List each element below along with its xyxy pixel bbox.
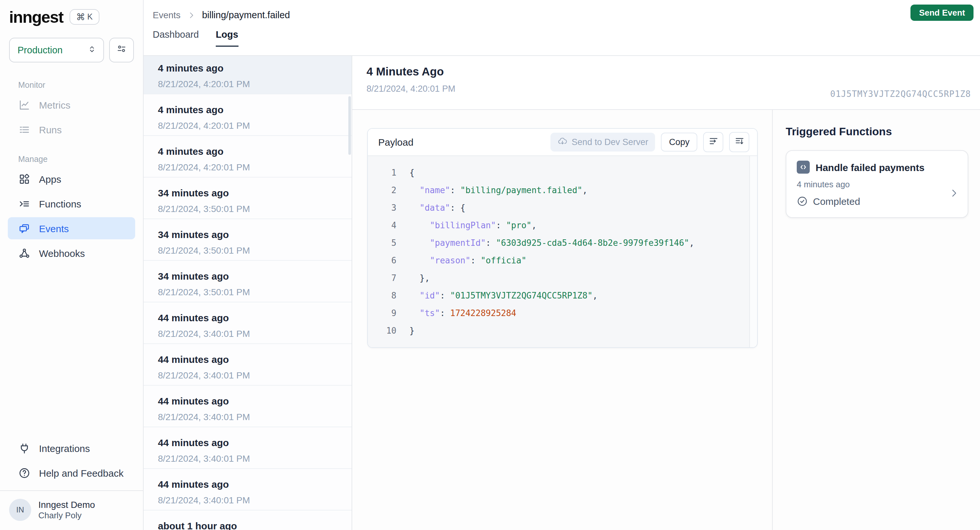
scroll-to-bottom-button[interactable]	[729, 132, 749, 152]
plug-icon	[18, 442, 30, 454]
check-circle-icon	[797, 196, 808, 207]
send-to-dev-server-button[interactable]: Send to Dev Server	[550, 132, 655, 152]
chevron-right-icon	[949, 188, 959, 198]
event-list-item[interactable]: 34 minutes ago8/21/2024, 3:50:01 PM	[144, 219, 352, 261]
event-list-item[interactable]: 44 minutes ago8/21/2024, 3:40:01 PM	[144, 469, 352, 511]
inngest-logo[interactable]: inngest	[9, 8, 64, 26]
line-number: 10	[368, 322, 409, 340]
event-list-scrollbar[interactable]	[348, 96, 351, 155]
code-line: 6 "reason": "officia"	[368, 252, 741, 269]
sidebar-item-webhooks[interactable]: Webhooks	[8, 242, 135, 264]
sidebar: inngest ⌘ K Production Monitor MetricsRu…	[0, 0, 144, 530]
payload-code-viewer: 1{2 "name": "billing/payment.failed",3 "…	[368, 156, 757, 347]
function-status-label: Completed	[813, 196, 860, 207]
cloud-download-icon	[557, 136, 567, 148]
copy-button[interactable]: Copy	[661, 132, 697, 152]
sidebar-item-events[interactable]: Events	[8, 217, 135, 239]
event-timestamp: 8/21/2024, 4:20:01 PM	[158, 79, 341, 89]
command-palette-shortcut[interactable]: ⌘ K	[70, 9, 99, 25]
sidebar-item-integrations[interactable]: Integrations	[8, 437, 135, 459]
user-menu[interactable]: IN Inngest Demo Charly Poly	[0, 491, 143, 530]
events-icon	[18, 222, 30, 235]
event-log-list: 4 minutes ago8/21/2024, 4:20:01 PM4 minu…	[144, 56, 352, 530]
code-scrollbar[interactable]	[749, 156, 757, 347]
main-area: Events billing/payment.failed Send Event…	[144, 0, 980, 530]
lines-arrow-down-icon	[734, 136, 745, 148]
event-list-item[interactable]: 34 minutes ago8/21/2024, 3:50:01 PM	[144, 261, 352, 302]
event-timestamp: 8/21/2024, 4:20:01 PM	[158, 120, 341, 131]
event-list-item[interactable]: 4 minutes ago8/21/2024, 4:20:01 PM	[144, 94, 352, 136]
triggered-functions-heading: Triggered Functions	[786, 126, 968, 139]
line-number: 3	[368, 199, 409, 217]
user-org-name: Inngest Demo	[38, 499, 95, 511]
event-timestamp: 8/21/2024, 3:40:01 PM	[158, 412, 341, 422]
event-relative-time: 44 minutes ago	[158, 479, 341, 490]
breadcrumb: Events billing/payment.failed	[153, 10, 980, 20]
nav-section-label-monitor: Monitor	[18, 81, 143, 90]
send-event-button[interactable]: Send Event	[910, 5, 974, 21]
triggered-function-card[interactable]: Handle failed payments 4 minutes ago Com…	[786, 150, 968, 218]
command-key-icon: ⌘	[76, 12, 86, 22]
event-id: 01J5TMY3VJTZ2QG74QCC5RP1Z8	[830, 89, 971, 99]
event-list-item[interactable]: 44 minutes ago8/21/2024, 3:40:01 PM	[144, 302, 352, 344]
event-list-item[interactable]: 4 minutes ago8/21/2024, 4:20:01 PM	[144, 136, 352, 177]
nav-section-label-manage: Manage	[18, 155, 143, 164]
function-code-icon	[797, 161, 810, 174]
breadcrumb-current: billing/payment.failed	[202, 10, 290, 20]
code-line: 8 "id": "01J5TMY3VJTZ2QG74QCC5RP1Z8",	[368, 287, 741, 304]
webhooks-icon	[18, 247, 30, 259]
event-relative-time: 44 minutes ago	[158, 437, 341, 449]
function-status: Completed	[797, 196, 957, 207]
sidebar-footer: IntegrationsHelp and Feedback IN Inngest…	[0, 434, 143, 530]
sidebar-item-label: Metrics	[39, 99, 70, 110]
event-detail-header: 4 Minutes Ago 8/21/2024, 4:20:01 PM 01J5…	[352, 56, 980, 110]
event-timestamp: 8/21/2024, 3:40:01 PM	[158, 329, 341, 339]
help-icon	[18, 466, 30, 479]
event-relative-time: about 1 hour ago	[158, 520, 341, 530]
event-relative-time: 34 minutes ago	[158, 187, 341, 199]
line-number: 1	[368, 164, 409, 182]
event-list-item[interactable]: 34 minutes ago8/21/2024, 3:50:01 PM	[144, 177, 352, 219]
event-list-item[interactable]: 44 minutes ago8/21/2024, 3:40:01 PM	[144, 427, 352, 469]
sidebar-item-apps[interactable]: Apps	[8, 168, 135, 190]
inngest-app: inngest ⌘ K Production Monitor MetricsRu…	[0, 0, 980, 530]
sidebar-item-help-and-feedback[interactable]: Help and Feedback	[8, 462, 135, 484]
sliders-icon	[116, 43, 127, 57]
event-list-item[interactable]: 44 minutes ago8/21/2024, 3:40:01 PM	[144, 344, 352, 386]
chevron-up-down-icon	[87, 44, 97, 56]
wrap-lines-button[interactable]	[703, 132, 723, 152]
tab-logs[interactable]: Logs	[216, 29, 238, 47]
sidebar-item-runs[interactable]: Runs	[8, 118, 135, 140]
sidebar-nav: Monitor MetricsRuns Manage AppsFunctions…	[0, 66, 143, 267]
event-detail-pane: 4 Minutes Ago 8/21/2024, 4:20:01 PM 01J5…	[352, 56, 980, 530]
payload-title: Payload	[378, 137, 550, 148]
event-relative-time: 44 minutes ago	[158, 312, 341, 324]
event-relative-time: 44 minutes ago	[158, 354, 341, 366]
avatar: IN	[9, 499, 31, 521]
function-run-time: 4 minutes ago	[797, 179, 957, 189]
tab-dashboard[interactable]: Dashboard	[153, 29, 199, 47]
line-number: 7	[368, 269, 409, 287]
code-line: 2 "name": "billing/payment.failed",	[368, 182, 741, 199]
chart-icon	[18, 99, 30, 111]
tabs: Dashboard Logs	[153, 29, 980, 47]
sidebar-item-functions[interactable]: Functions	[8, 193, 135, 215]
function-name: Handle failed payments	[816, 161, 924, 172]
breadcrumb-events-link[interactable]: Events	[153, 10, 181, 20]
environment-settings-button[interactable]	[109, 38, 134, 62]
event-list-item[interactable]: 4 minutes ago8/21/2024, 4:20:01 PM	[144, 56, 352, 94]
event-relative-time: 34 minutes ago	[158, 229, 341, 241]
event-list-item[interactable]: 44 minutes ago8/21/2024, 3:40:01 PM	[144, 386, 352, 427]
code-line: 1{	[368, 164, 741, 182]
environment-selected-label: Production	[18, 45, 63, 55]
environment-selector[interactable]: Production	[9, 38, 104, 62]
sidebar-item-label: Apps	[39, 173, 61, 184]
event-timestamp: 8/21/2024, 4:20:01 PM	[158, 162, 341, 172]
sidebar-item-label: Integrations	[39, 442, 90, 453]
code-line: 7 },	[368, 269, 741, 287]
sidebar-item-metrics[interactable]: Metrics	[8, 94, 135, 116]
sidebar-item-label: Events	[39, 223, 69, 234]
functions-icon	[18, 197, 30, 210]
wrap-lines-icon	[708, 136, 718, 148]
event-list-item[interactable]: about 1 hour ago	[144, 511, 352, 530]
